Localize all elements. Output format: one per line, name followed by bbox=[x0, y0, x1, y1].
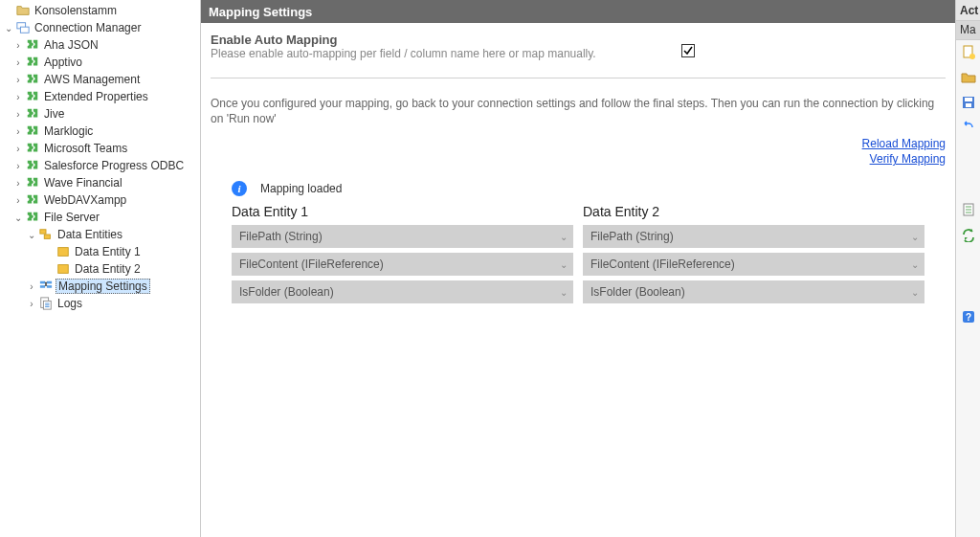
svg-point-18 bbox=[969, 54, 975, 59]
svg-text:?: ? bbox=[965, 312, 970, 323]
enable-auto-mapping-checkbox[interactable] bbox=[681, 44, 695, 57]
tree-connection-item[interactable]: › Salesforce Progress ODBC bbox=[0, 157, 200, 174]
chevron-down-icon: ⌄ bbox=[25, 230, 38, 240]
page-title: Mapping Settings bbox=[209, 5, 312, 19]
field-value: FilePath (String) bbox=[239, 230, 323, 243]
tree-connection-label: Apptivo bbox=[42, 56, 84, 69]
tree-connection-item[interactable]: › Microsoft Teams bbox=[0, 140, 200, 157]
chevron-right-icon: › bbox=[25, 281, 38, 292]
chevron-right-icon: › bbox=[25, 299, 38, 309]
tree-connection-item[interactable]: › Extended Properties bbox=[0, 88, 200, 105]
chevron-right-icon: › bbox=[11, 75, 25, 85]
chevron-right-icon: › bbox=[11, 161, 25, 171]
new-item-button[interactable] bbox=[958, 42, 979, 63]
logs-icon bbox=[38, 296, 54, 311]
chevron-down-icon: ⌄ bbox=[911, 259, 919, 270]
tree-entity-1[interactable]: Data Entity 1 bbox=[0, 243, 200, 260]
puzzle-icon bbox=[25, 106, 40, 122]
chevron-right-icon: › bbox=[11, 144, 25, 154]
puzzle-icon bbox=[25, 37, 40, 53]
tree-entity-2[interactable]: Data Entity 2 bbox=[0, 260, 200, 278]
puzzle-icon bbox=[25, 192, 40, 208]
verify-mapping-link[interactable]: Verify Mapping bbox=[211, 152, 946, 166]
tree-connection-item[interactable]: › Aha JSON bbox=[0, 36, 200, 54]
save-button[interactable] bbox=[958, 92, 979, 113]
tree-mapping-settings-label: Mapping Settings bbox=[56, 279, 150, 294]
page-title-bar: Mapping Settings bbox=[201, 0, 955, 23]
field-dropdown[interactable]: FileContent (IFileReference) ⌄ bbox=[583, 253, 924, 276]
tree-entity-2-label: Data Entity 2 bbox=[73, 262, 143, 276]
reload-mapping-link[interactable]: Reload Mapping bbox=[211, 137, 946, 150]
chevron-down-icon: ⌄ bbox=[911, 287, 919, 298]
tree-data-entities[interactable]: ⌄ Data Entities bbox=[0, 226, 200, 243]
tree-connection-item[interactable]: › WebDAVXampp bbox=[0, 191, 200, 209]
svg-rect-3 bbox=[44, 235, 50, 238]
field-value: IsFolder (Boolean) bbox=[239, 285, 334, 299]
status-row: i Mapping loaded bbox=[232, 181, 946, 196]
mapping-settings-icon bbox=[38, 279, 54, 294]
field-value: FilePath (String) bbox=[590, 230, 674, 243]
tree-conn-mgr[interactable]: ⌄ Connection Manager bbox=[0, 19, 200, 36]
puzzle-icon bbox=[25, 55, 40, 70]
tree-connection-label: AWS Management bbox=[42, 73, 142, 86]
chevron-right-icon: › bbox=[11, 126, 25, 137]
tree-connection-item[interactable]: › Jive bbox=[0, 105, 200, 123]
puzzle-icon bbox=[25, 72, 40, 87]
refresh-button[interactable] bbox=[958, 224, 979, 245]
tree-connection-item[interactable]: › Marklogic bbox=[0, 123, 200, 140]
tree-panel: Konsolenstamm ⌄ Connection Manager › Aha… bbox=[0, 0, 201, 537]
chevron-right-icon: › bbox=[11, 57, 25, 68]
svg-rect-20 bbox=[965, 98, 972, 101]
chevron-right-icon: › bbox=[11, 178, 25, 189]
svg-rect-4 bbox=[58, 248, 69, 257]
chevron-down-icon: ⌄ bbox=[560, 287, 568, 298]
chevron-down-icon: ⌄ bbox=[2, 23, 15, 34]
mapping-col-2: Data Entity 2 FilePath (String) ⌄ FileCo… bbox=[583, 204, 924, 308]
info-icon: i bbox=[232, 181, 247, 196]
field-dropdown[interactable]: FileContent (IFileReference) ⌄ bbox=[232, 253, 573, 276]
col1-title: Data Entity 1 bbox=[232, 204, 573, 219]
status-text: Mapping loaded bbox=[260, 182, 342, 195]
field-dropdown[interactable]: IsFolder (Boolean) ⌄ bbox=[232, 280, 573, 303]
svg-rect-8 bbox=[47, 281, 52, 284]
tree-mapping-settings[interactable]: › Mapping Settings bbox=[0, 278, 200, 295]
right-tab[interactable]: Ma bbox=[956, 21, 980, 40]
right-header: Act bbox=[956, 0, 980, 21]
col2-title: Data Entity 2 bbox=[583, 204, 924, 219]
undo-button[interactable] bbox=[958, 117, 979, 138]
tree-connection-item[interactable]: › AWS Management bbox=[0, 71, 200, 88]
tree-connection-label: Jive bbox=[42, 107, 66, 121]
tree-root[interactable]: Konsolenstamm bbox=[0, 2, 200, 19]
tree-file-server-label: File Server bbox=[42, 211, 101, 224]
svg-rect-7 bbox=[40, 285, 45, 288]
tree-connection-label: Marklogic bbox=[42, 124, 95, 138]
tree-logs-label: Logs bbox=[56, 297, 84, 310]
enable-auto-mapping-section: Enable Auto Mapping Please enable auto-m… bbox=[211, 27, 946, 78]
document-button[interactable] bbox=[958, 199, 979, 220]
puzzle-icon bbox=[25, 123, 40, 139]
tree-connection-label: WebDAVXampp bbox=[42, 193, 128, 207]
entity-icon bbox=[56, 261, 71, 277]
field-dropdown[interactable]: IsFolder (Boolean) ⌄ bbox=[583, 280, 924, 303]
svg-rect-6 bbox=[40, 281, 45, 284]
help-button[interactable]: ? bbox=[958, 306, 979, 327]
tree-connection-label: Microsoft Teams bbox=[42, 142, 129, 155]
chevron-down-icon: ⌄ bbox=[560, 232, 568, 242]
tree-file-server[interactable]: ⌄ File Server bbox=[0, 209, 200, 226]
mapping-col-1: Data Entity 1 FilePath (String) ⌄ FileCo… bbox=[232, 204, 573, 308]
open-folder-button[interactable] bbox=[958, 67, 979, 88]
field-value: FileContent (IFileReference) bbox=[590, 257, 735, 271]
field-dropdown[interactable]: FilePath (String) ⌄ bbox=[232, 225, 573, 248]
tree-logs[interactable]: › Logs bbox=[0, 295, 200, 312]
field-dropdown[interactable]: FilePath (String) ⌄ bbox=[583, 225, 924, 248]
tree-connection-item[interactable]: › Wave Financial bbox=[0, 174, 200, 191]
svg-rect-9 bbox=[47, 285, 52, 288]
main-panel: Mapping Settings Enable Auto Mapping Ple… bbox=[201, 0, 955, 537]
entity-icon bbox=[56, 244, 71, 259]
puzzle-icon bbox=[25, 175, 40, 190]
data-entities-icon bbox=[38, 227, 54, 242]
svg-rect-5 bbox=[58, 265, 69, 274]
chevron-right-icon: › bbox=[11, 40, 25, 51]
tree-connection-item[interactable]: › Apptivo bbox=[0, 54, 200, 71]
enable-title: Enable Auto Mapping bbox=[211, 33, 670, 47]
